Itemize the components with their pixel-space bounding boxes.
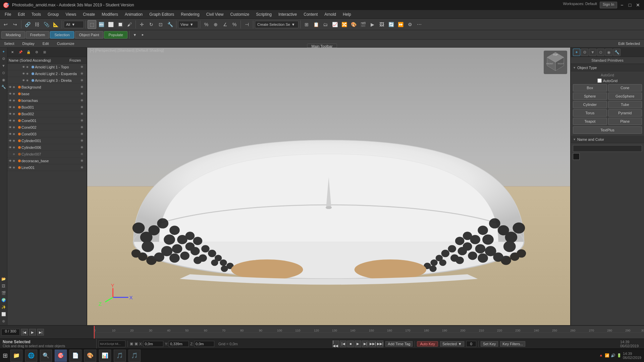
link-button[interactable]: 🔗 — [23, 20, 32, 29]
menu-customize[interactable]: Customize — [227, 11, 253, 17]
create-selection-dropdown[interactable]: Create Selection Se▼ — [255, 21, 299, 28]
scene-item-borrachas[interactable]: 👁 ◉ borrachas ❋ — [7, 97, 87, 104]
ribbon-populate[interactable]: Populate — [104, 31, 127, 39]
rp-utility-tab[interactable]: 🔧 — [613, 49, 621, 56]
start-button[interactable]: ⊞ — [3, 352, 8, 359]
next-key-button[interactable]: ▶▶| — [369, 341, 376, 347]
frame-display[interactable]: 0 — [466, 341, 476, 347]
material-editor-button[interactable]: 🎨 — [349, 20, 358, 29]
menu-animation[interactable]: Animation — [121, 11, 146, 17]
taskbar-music[interactable]: 🎵 — [114, 350, 126, 362]
btn-torus[interactable]: Torus — [573, 109, 607, 117]
menu-create[interactable]: Create — [79, 11, 98, 17]
menu-tools[interactable]: Tools — [28, 11, 44, 17]
taskbar-powerpoint[interactable]: 🎨 — [84, 350, 96, 362]
bind-button[interactable]: 📎 — [42, 20, 51, 29]
taskbar-files[interactable]: 📁 — [10, 350, 22, 362]
taskbar-spotify[interactable]: 🎵 — [128, 350, 141, 362]
name-color-header[interactable]: ▼ Name and Color — [571, 136, 644, 143]
scene-item-cylinder006[interactable]: 👁 ◉ Cylinder006 ❋ — [7, 144, 87, 151]
view-dropdown[interactable]: View▼ — [178, 21, 198, 28]
snap-toggle[interactable]: ⊕ — [211, 20, 220, 29]
menu-edit[interactable]: Edit — [14, 11, 28, 17]
x-input[interactable] — [143, 341, 163, 347]
menu-scripting[interactable]: Scripting — [253, 11, 275, 17]
menu-graph-editors[interactable]: Graph Editors — [146, 11, 177, 17]
mirror-button[interactable]: ⊣ — [243, 20, 251, 29]
minimize-button[interactable]: − — [619, 2, 625, 8]
select-scale-button[interactable]: ⊡ — [156, 20, 165, 29]
panel-settings-icon[interactable]: ⚙ — [33, 49, 40, 56]
set-key-button[interactable]: Set Key — [481, 341, 498, 347]
scene-item-cylinder007[interactable]: 👁 ◉ Cylinder007 ❋ — [7, 151, 87, 158]
prev-frame-button[interactable]: |◀ — [21, 329, 28, 336]
close-button[interactable]: ✕ — [635, 2, 641, 8]
sidebar-motion-icon[interactable]: ⊙ — [0, 69, 7, 76]
scene-item-line001[interactable]: 👁 ◉ Line001 ❋ — [7, 164, 87, 171]
skip-end-button[interactable]: ▶▶| — [377, 341, 383, 347]
btn-cylinder[interactable]: Cylinder — [573, 101, 607, 108]
maximize-button[interactable]: □ — [627, 2, 633, 8]
menu-help[interactable]: Help — [339, 11, 355, 17]
sidebar-env-icon[interactable]: 🌍 — [0, 297, 7, 303]
add-time-tag-button[interactable]: Add Time Tag — [385, 341, 413, 347]
scene-explorer-button[interactable]: 🗂 — [321, 20, 330, 29]
sub-display[interactable]: Display — [20, 41, 37, 46]
menu-interactive[interactable]: Interactive — [275, 11, 300, 17]
scene-item-decoracao-base[interactable]: 👁 ◉ decoracao_base ❋ — [7, 158, 87, 164]
percent-snap-toggle[interactable]: % — [230, 20, 239, 29]
panel-lock-icon[interactable]: 🔒 — [25, 49, 32, 56]
menu-civil-view[interactable]: Civil View — [203, 11, 227, 17]
menu-group[interactable]: Group — [44, 11, 62, 17]
menu-arnold[interactable]: Arnold — [321, 11, 339, 17]
select-button[interactable]: ⬚ — [88, 20, 96, 29]
curve-editor-button[interactable]: 📈 — [330, 20, 339, 29]
rp-display-tab[interactable]: ◉ — [605, 49, 612, 56]
sidebar-hierarchy-icon[interactable]: ▼ — [0, 62, 7, 69]
auto-key-button[interactable]: Auto Key — [417, 341, 438, 347]
ribbon-selection[interactable]: Selection — [50, 31, 74, 39]
rect-select-button[interactable]: ⬜ — [106, 20, 115, 29]
schematic-button[interactable]: 🔀 — [340, 20, 348, 29]
object-name-input[interactable] — [573, 145, 642, 152]
scene-item-arnold-light1[interactable]: 👁 ◉ Arnold Light 1 - Topo ❋ — [7, 64, 87, 70]
unlink-button[interactable]: ⛓ — [33, 20, 41, 29]
timeline-track[interactable]: 0 10 20 30 40 50 60 70 80 90 100 110 120… — [94, 326, 644, 339]
stop-button[interactable]: ■ — [347, 341, 354, 347]
sidebar-anim-icon[interactable]: 🎬 — [0, 290, 7, 296]
select-name-button[interactable]: 🔤 — [97, 20, 106, 29]
sign-in-button[interactable]: Sign In — [600, 2, 617, 8]
viewport[interactable]: [+] [Perspective] [Standard] [Default Sh… — [87, 48, 570, 325]
select-manipulate-button[interactable]: 🔧 — [166, 20, 174, 29]
btn-box[interactable]: Box — [573, 84, 607, 92]
skip-start-button[interactable]: |◀◀ — [332, 341, 339, 347]
taskbar-3dsmax[interactable]: 🎯 — [55, 350, 67, 362]
menu-file[interactable]: File — [1, 11, 14, 17]
sidebar-render-icon[interactable]: 🖼 — [0, 283, 7, 289]
btn-geosphere[interactable]: GeoSphere — [608, 93, 642, 100]
play-button btn-green[interactable]: ▶ — [29, 329, 36, 336]
panel-close-icon[interactable]: ✕ — [9, 49, 16, 56]
undo-button[interactable]: ↩ — [1, 20, 10, 29]
ribbon-settings-icon[interactable]: ▼ — [131, 31, 139, 39]
scene-item-cone002[interactable]: 👁 ◉ Cone002 ❋ — [7, 124, 87, 131]
redo-button[interactable]: ↪ — [11, 20, 19, 29]
sidebar-modify-icon[interactable]: ⚙ — [0, 55, 7, 62]
render-button[interactable]: ▶ — [368, 20, 377, 29]
ribbon-expand-icon[interactable]: ▸ — [139, 31, 147, 39]
play-selected-button[interactable]: ▶| — [362, 341, 369, 347]
angle-snap-toggle[interactable]: ∠ — [221, 20, 229, 29]
panel-pin-icon[interactable]: 📌 — [17, 49, 24, 56]
sidebar-box-icon[interactable]: ⬜ — [0, 311, 7, 317]
sidebar-utilities-icon[interactable]: 🔧 — [0, 83, 7, 90]
object-type-header[interactable]: ▼ Object Type — [571, 64, 644, 71]
key-filters-button[interactable]: Key Filters... — [500, 341, 525, 347]
panel-expand-icon[interactable]: ⊞ — [41, 49, 48, 56]
sidebar-display-icon[interactable]: ◉ — [0, 76, 7, 83]
sub-select[interactable]: Select — [1, 41, 17, 46]
maxscript-mini[interactable]: MAXScript Mi... — [99, 341, 125, 347]
sidebar-create-icon[interactable]: ✦ — [0, 48, 7, 55]
viewport-canvas[interactable]: X Y Z — [87, 48, 570, 325]
select-rotate-button[interactable]: ↻ — [147, 20, 156, 29]
autogrid-checkbox[interactable] — [597, 78, 602, 83]
